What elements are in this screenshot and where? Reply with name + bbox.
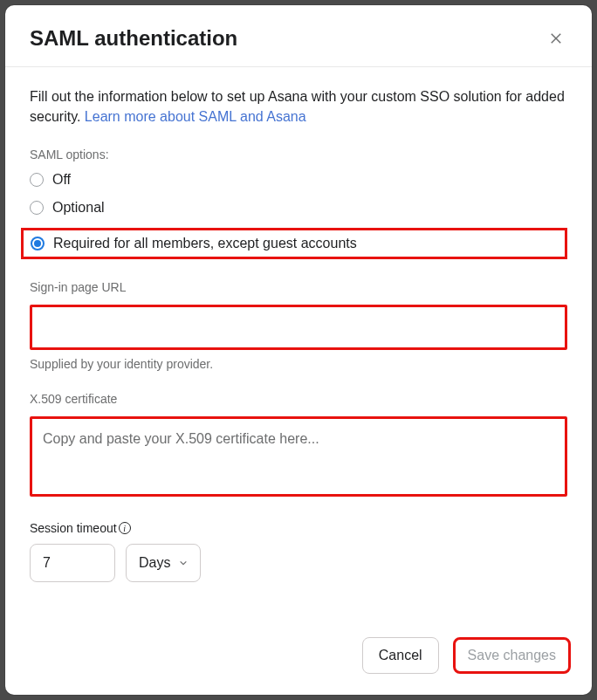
timeout-row: Days [30,544,567,582]
saml-options-group: Off Optional Required for all members, e… [30,172,567,259]
cancel-button[interactable]: Cancel [362,637,439,674]
x509-group: X.509 certificate [30,392,567,500]
option-off[interactable]: Off [30,172,567,188]
close-icon [548,31,564,46]
signin-url-group: Sign-in page URL Supplied by your identi… [30,280,567,371]
timeout-unit-label: Days [139,555,170,571]
timeout-unit-dropdown[interactable]: Days [126,544,201,582]
saml-options-label: SAML options: [30,148,567,161]
x509-textarea[interactable] [30,416,567,497]
timeout-value-input[interactable] [30,544,115,582]
modal-body: Fill out the information below to set up… [5,67,592,620]
option-off-label: Off [52,172,71,188]
option-required[interactable]: Required for all members, except guest a… [21,228,567,259]
signin-url-input[interactable] [30,305,567,350]
option-required-label: Required for all members, except guest a… [53,236,357,251]
option-optional-label: Optional [52,200,105,216]
intro-paragraph: Fill out the information below to set up… [30,86,567,127]
radio-icon [30,173,44,187]
signin-url-helper: Supplied by your identity provider. [30,357,567,371]
saml-auth-modal: SAML authentication Fill out the informa… [5,5,592,695]
info-icon[interactable]: i [119,522,131,534]
x509-label: X.509 certificate [30,392,567,406]
radio-icon [30,201,44,215]
radio-icon [31,237,45,250]
learn-more-link[interactable]: Learn more about SAML and Asana [85,109,306,124]
timeout-label: Session timeout [30,521,117,535]
close-button[interactable] [545,27,567,50]
signin-url-label: Sign-in page URL [30,280,567,294]
modal-header: SAML authentication [5,5,592,67]
modal-title: SAML authentication [30,26,237,51]
timeout-label-row: Session timeouti [30,521,567,535]
option-optional[interactable]: Optional [30,200,567,216]
timeout-group: Session timeouti Days [30,521,567,582]
chevron-down-icon [179,559,188,567]
modal-footer: Cancel Save changes [5,620,592,695]
save-changes-button[interactable]: Save changes [453,637,571,674]
